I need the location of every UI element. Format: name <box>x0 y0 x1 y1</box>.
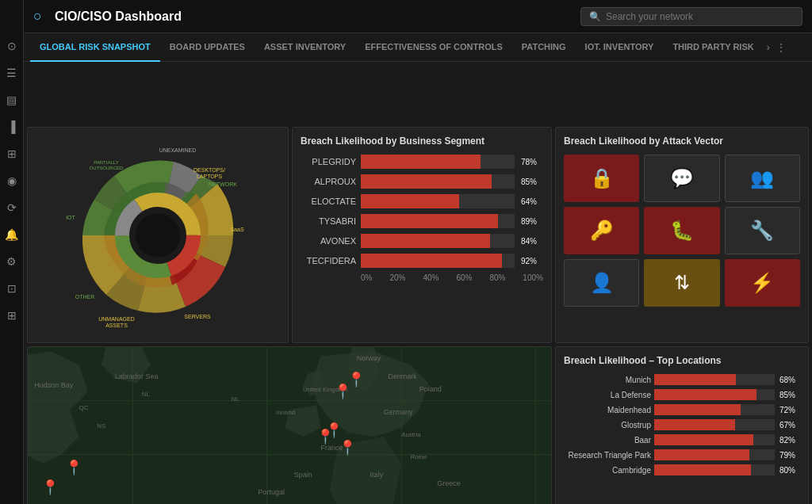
loc-pct: 72% <box>779 406 795 414</box>
bar-pct: 84% <box>521 237 537 246</box>
bar-track: 64% <box>361 194 515 208</box>
svg-text:UNEXAMINED: UNEXAMINED <box>159 147 197 153</box>
bar-label: TECFIDERA <box>301 256 356 265</box>
loc-pct: 85% <box>779 391 795 399</box>
attack-tile-chat[interactable]: 💬 <box>644 155 719 202</box>
sidebar-icon-grid[interactable]: ⊞ <box>7 147 17 160</box>
sidebar-icon-list[interactable]: ▤ <box>6 94 17 106</box>
bar-fill <box>361 234 490 248</box>
sidebar-icon-bell[interactable]: 🔔 <box>5 228 18 241</box>
bar-label: AVONEX <box>301 236 356 246</box>
sidebar-icon-apps[interactable]: ⊞ <box>7 309 17 322</box>
sidebar: ⊙ ☰ ▤ ▐ ⊞ ◉ ⟳ 🔔 ⚙ ⊡ ⊞ <box>0 0 24 504</box>
attack-tile-transfer[interactable]: ⇅ <box>644 259 719 307</box>
bar-pct: 89% <box>521 217 537 226</box>
loc-pct: 79% <box>779 451 795 460</box>
svg-text:ASSETS: ASSETS <box>105 323 128 328</box>
bar-row: TYSABRI 89% <box>301 214 515 228</box>
bar-label: ALPROUX <box>301 177 356 186</box>
tab-global-risk[interactable]: GLOBAL RISK SNAPSHOT <box>30 33 160 62</box>
donut-svg: DESKTOPS/ LAPTOPS SaaS SERVERS UNMANAGED… <box>63 140 253 330</box>
loc-label: Baar <box>564 436 651 445</box>
svg-text:📍: 📍 <box>347 371 366 388</box>
sidebar-icon-shield[interactable]: ◉ <box>7 174 17 187</box>
svg-text:DESKTOPS/: DESKTOPS/ <box>193 167 225 173</box>
svg-text:📍: 📍 <box>325 422 343 439</box>
loc-track: 82% <box>654 434 775 445</box>
attack-vector-panel: Breach Likelihood by Attack Vector 🔒 💬 👥… <box>555 127 809 343</box>
attack-tile-user[interactable]: 👤 <box>564 259 639 307</box>
sidebar-icon-box[interactable]: ⊡ <box>7 282 17 295</box>
loc-label: La Defense <box>564 391 651 399</box>
tab-asset-inventory[interactable]: ASSET INVENTORY <box>255 33 355 62</box>
attack-grid: 🔒 💬 👥 🔑 🐛 🔧 👤 ⇅ ⚡ <box>564 155 800 307</box>
svg-text:UNMANAGED: UNMANAGED <box>98 316 135 322</box>
loc-bar-row: Baar 82% <box>564 434 775 445</box>
loc-bar-row: La Defense 85% <box>564 389 775 400</box>
svg-text:📍: 📍 <box>66 459 84 476</box>
sidebar-icon-chart[interactable]: ▐ <box>8 120 16 133</box>
loc-bar-row: Glostrup 67% <box>564 419 775 430</box>
tab-patching[interactable]: PATCHING <box>512 33 576 62</box>
loc-track: 80% <box>654 464 775 475</box>
svg-text:NL: NL <box>142 391 151 398</box>
svg-text:QC: QC <box>79 404 89 411</box>
bar-track: 84% <box>361 234 515 248</box>
sidebar-icon-menu[interactable]: ☰ <box>6 67 17 79</box>
loc-fill <box>654 404 741 415</box>
loc-fill <box>654 374 736 385</box>
svg-text:Germany: Germany <box>384 408 414 416</box>
loc-label: Glostrup <box>564 421 651 430</box>
sidebar-icon-settings[interactable]: ⚙ <box>6 255 17 268</box>
nav-more-icon[interactable]: › <box>767 42 770 53</box>
svg-text:Portugal: Portugal <box>258 488 285 496</box>
loc-fill <box>654 389 756 400</box>
bar-pct: 64% <box>521 197 537 206</box>
loc-track: 85% <box>654 389 775 400</box>
bar-fill <box>361 214 498 228</box>
bar-row: PLEGRIDY 78% <box>301 155 515 169</box>
bar-chart: PLEGRIDY 78% ALPROUX 85% ELOCTATE 64% TY… <box>301 155 543 268</box>
loc-fill <box>654 434 753 445</box>
loc-track: 79% <box>654 449 775 460</box>
loc-pct: 67% <box>779 421 795 430</box>
bar-fill <box>361 155 481 169</box>
donut-chart: DESKTOPS/ LAPTOPS SaaS SERVERS UNMANAGED… <box>63 140 253 330</box>
sidebar-icon-refresh[interactable]: ⟳ <box>7 201 17 214</box>
top-locations-panel: Breach Likelihood – Top Locations Munich… <box>555 346 809 504</box>
sidebar-icon-home[interactable]: ⊙ <box>7 40 17 52</box>
tab-effectiveness[interactable]: EFFECTIVENESS OF CONTROLS <box>355 33 512 62</box>
attack-tile-lightning[interactable]: ⚡ <box>725 259 800 307</box>
bar-row: TECFIDERA 92% <box>301 254 515 268</box>
attack-tile-bug[interactable]: 🐛 <box>644 207 719 254</box>
tab-third-party[interactable]: THIRD PARTY RISK <box>663 33 763 62</box>
nav-dots-icon[interactable]: ⋮ <box>776 42 786 53</box>
app-title: CIO/CISO Dashboard <box>55 10 571 24</box>
svg-text:Spain: Spain <box>294 471 312 479</box>
search-input[interactable] <box>606 11 794 22</box>
map-background: Hudson Bay Labrador Sea QC NL NL Norway … <box>28 347 551 504</box>
svg-point-5 <box>136 213 180 258</box>
bar-track: 78% <box>361 155 515 169</box>
bar-track: 85% <box>361 174 515 189</box>
svg-text:📍: 📍 <box>339 439 357 456</box>
svg-text:OTHER: OTHER <box>75 294 95 300</box>
attack-tile-lock[interactable]: 🔒 <box>564 155 639 202</box>
loc-fill <box>654 449 749 460</box>
attack-vector-title: Breach Likelihood by Attack Vector <box>564 136 800 147</box>
loc-bar-row: Research Triangle Park 79% <box>564 449 775 460</box>
bar-fill <box>361 194 459 208</box>
breach-segment-panel: Breach Likelihood by Business Segment PL… <box>292 127 552 343</box>
attack-tile-users[interactable]: 👥 <box>725 155 800 202</box>
top-locations-title: Breach Likelihood – Top Locations <box>564 355 800 366</box>
svg-text:PARTIALLY: PARTIALLY <box>94 160 118 165</box>
loc-label: Maidenhead <box>564 406 651 414</box>
search-box[interactable]: 🔍 <box>580 7 802 26</box>
tab-board-updates[interactable]: BOARD UPDATES <box>160 33 255 62</box>
attack-tile-key[interactable]: 🔑 <box>564 207 639 254</box>
tab-iot[interactable]: IOT. INVENTORY <box>576 33 664 62</box>
bar-fill <box>361 174 492 189</box>
svg-text:SERVERS: SERVERS <box>184 314 211 319</box>
attack-tile-wrench[interactable]: 🔧 <box>725 207 800 254</box>
loc-bar-row: Munich 68% <box>564 374 775 385</box>
